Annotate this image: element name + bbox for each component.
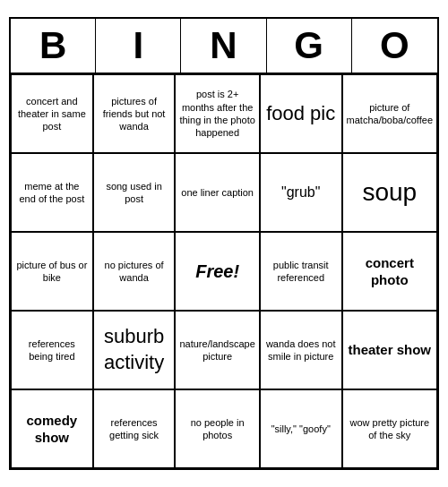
bingo-cell-15[interactable]: references being tired: [11, 311, 93, 389]
bingo-cell-6[interactable]: song used in post: [93, 153, 176, 232]
bingo-cell-17[interactable]: nature/landscape picture: [175, 311, 259, 389]
bingo-cell-18[interactable]: wanda does not smile in picture: [260, 311, 342, 389]
bingo-cell-11[interactable]: no pictures of wanda: [93, 232, 176, 311]
bingo-cell-5[interactable]: meme at the end of the post: [11, 153, 93, 232]
letter-b: B: [11, 19, 96, 73]
bingo-cell-13[interactable]: public transit referenced: [260, 232, 342, 311]
bingo-cell-21[interactable]: references getting sick: [93, 389, 176, 468]
bingo-grid: concert and theater in same postpictures…: [11, 74, 437, 468]
bingo-cell-23[interactable]: "silly," "goofy": [260, 389, 342, 468]
bingo-cell-9[interactable]: soup: [342, 153, 437, 232]
bingo-cell-14[interactable]: concert photo: [342, 232, 437, 311]
bingo-cell-0[interactable]: concert and theater in same post: [11, 74, 93, 153]
letter-o: O: [352, 19, 437, 73]
bingo-cell-22[interactable]: no people in photos: [175, 389, 259, 468]
bingo-card: B I N G O concert and theater in same po…: [9, 17, 439, 470]
letter-g: G: [267, 19, 352, 73]
letter-n: N: [181, 19, 266, 73]
bingo-cell-3[interactable]: food pic: [260, 74, 342, 153]
bingo-header: B I N G O: [11, 19, 437, 74]
bingo-cell-7[interactable]: one liner caption: [175, 153, 259, 232]
bingo-cell-10[interactable]: picture of bus or bike: [11, 232, 93, 311]
bingo-cell-20[interactable]: comedy show: [11, 389, 93, 468]
bingo-cell-4[interactable]: picture of matcha/boba/coffee: [342, 74, 437, 153]
bingo-cell-1[interactable]: pictures of friends but not wanda: [93, 74, 176, 153]
letter-i: I: [96, 19, 181, 73]
bingo-cell-16[interactable]: suburb activity: [93, 311, 176, 389]
bingo-cell-24[interactable]: wow pretty picture of the sky: [342, 389, 437, 468]
bingo-cell-19[interactable]: theater show: [342, 311, 437, 389]
bingo-cell-12[interactable]: Free!: [175, 232, 259, 311]
bingo-cell-8[interactable]: "grub": [260, 153, 342, 232]
bingo-cell-2[interactable]: post is 2+ months after the thing in the…: [175, 74, 259, 153]
